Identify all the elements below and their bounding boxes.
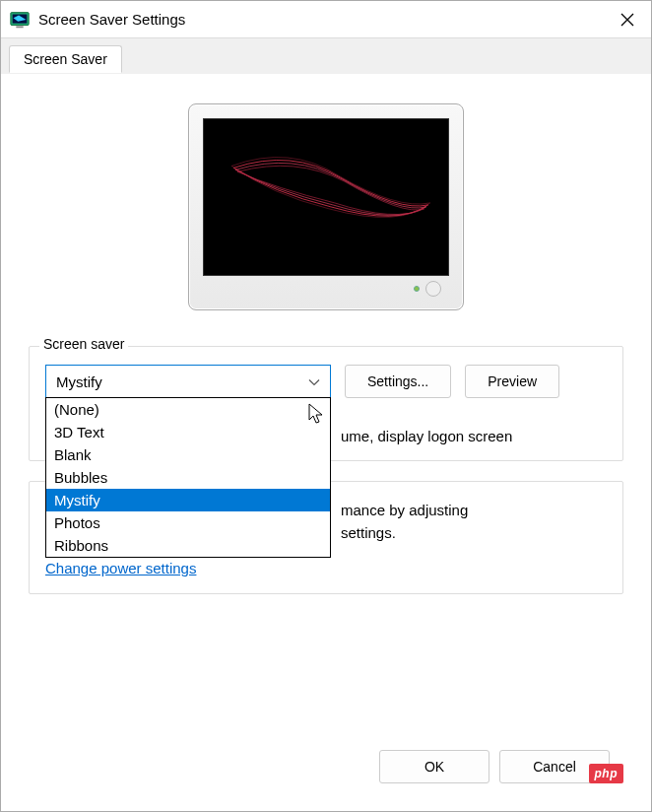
ok-button[interactable]: OK — [379, 750, 489, 783]
screensaver-group: Screen saver Mystify (None) 3D Text Blan… — [29, 346, 623, 461]
preview-button[interactable]: Preview — [465, 365, 559, 398]
screensaver-dropdown[interactable]: (None) 3D Text Blank Bubbles Mystify Pho… — [45, 397, 331, 558]
window-title: Screen Saver Settings — [38, 11, 610, 28]
mystify-preview-graphic — [204, 119, 448, 275]
tab-screen-saver[interactable]: Screen Saver — [9, 45, 122, 73]
screensaver-select-wrap: Mystify (None) 3D Text Blank Bubbles Mys… — [45, 365, 331, 398]
settings-button[interactable]: Settings... — [345, 365, 451, 398]
screensaver-select-value: Mystify — [56, 373, 102, 390]
monitor-preview-wrap — [29, 103, 623, 310]
screensaver-select[interactable]: Mystify — [45, 365, 331, 398]
screensaver-app-icon — [9, 9, 31, 31]
monitor-led-icon — [414, 286, 420, 292]
tab-strip: Screen Saver — [1, 38, 651, 74]
monitor-preview — [188, 103, 464, 310]
close-button[interactable] — [610, 6, 645, 34]
php-watermark-badge: php — [589, 764, 624, 783]
option-ribbons[interactable]: Ribbons — [46, 534, 330, 557]
screensaver-group-legend: Screen saver — [39, 336, 128, 352]
svg-rect-2 — [16, 26, 23, 28]
screensaver-settings-window: Screen Saver Settings Screen Saver — [0, 0, 652, 812]
screensaver-preview-screen — [203, 118, 449, 276]
dialog-client-area: Screen saver Mystify (None) 3D Text Blan… — [1, 74, 651, 811]
change-power-settings-link[interactable]: Change power settings — [45, 560, 196, 576]
dialog-button-bar: OK Cancel php — [29, 738, 623, 795]
monitor-power-button-icon — [425, 281, 441, 297]
titlebar: Screen Saver Settings — [1, 1, 651, 38]
option-none[interactable]: (None) — [46, 398, 330, 421]
option-photos[interactable]: Photos — [46, 511, 330, 534]
option-bubbles[interactable]: Bubbles — [46, 466, 330, 489]
option-blank[interactable]: Blank — [46, 443, 330, 466]
option-3d-text[interactable]: 3D Text — [46, 421, 330, 443]
chevron-down-icon — [308, 373, 320, 390]
option-mystify[interactable]: Mystify — [46, 489, 330, 511]
close-icon — [620, 13, 634, 27]
